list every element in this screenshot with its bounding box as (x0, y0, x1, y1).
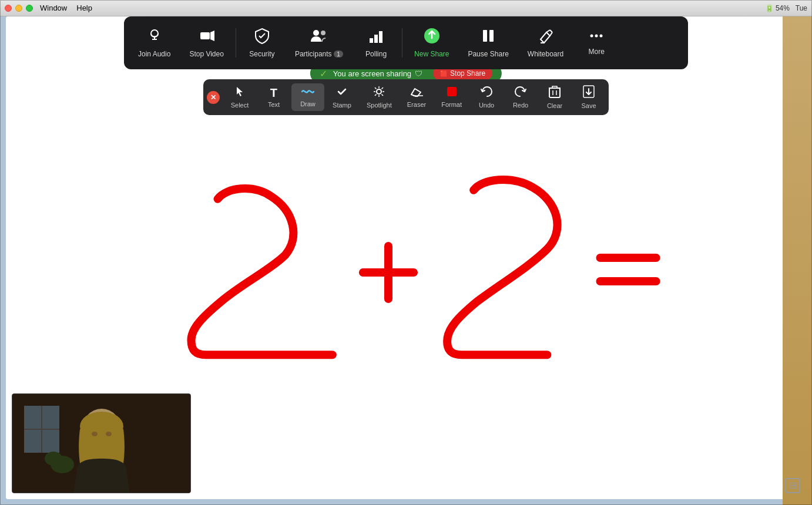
video-thumbnail (12, 393, 191, 493)
annotation-clear[interactable]: Clear (538, 82, 571, 113)
whiteboard-icon (538, 28, 553, 46)
toolbar-security[interactable]: Security (239, 23, 286, 63)
svg-marker-8 (210, 31, 214, 41)
menu-help[interactable]: Help (76, 4, 92, 12)
toolbar-polling[interactable]: Polling (353, 23, 400, 63)
security-icon (254, 28, 270, 46)
expand-button[interactable]: ⊞ (785, 478, 800, 493)
svg-line-31 (382, 87, 384, 89)
new-share-icon (424, 28, 440, 46)
join-audio-icon (146, 28, 163, 46)
join-audio-label: Join Audio (138, 50, 170, 58)
svg-line-29 (375, 87, 377, 89)
zoom-toolbar: Join Audio Stop Video Security (124, 16, 688, 69)
title-bar: Window Help 🔋 54% Tue (0, 0, 812, 16)
redo-label: Redo (513, 102, 528, 109)
svg-point-22 (595, 35, 598, 38)
expand-icon-symbol: ⊞ (789, 481, 797, 490)
eraser-label: Eraser (407, 101, 426, 108)
minimize-button[interactable] (15, 5, 22, 12)
annotation-stamp[interactable]: Stamp (326, 82, 358, 112)
menu-window[interactable]: Window (40, 4, 67, 12)
polling-label: Polling (365, 50, 387, 58)
more-icon (589, 30, 604, 44)
annotation-toolbar: ✕ Select T Text Draw Stamp (203, 79, 609, 115)
annotation-redo[interactable]: Redo (504, 82, 537, 112)
svg-point-23 (600, 35, 603, 38)
toolbar-stop-video[interactable]: Stop Video (180, 23, 233, 63)
annotation-text[interactable]: T Text (257, 83, 290, 112)
system-icons: 🔋 54% Tue (765, 4, 807, 12)
undo-icon (480, 86, 493, 99)
traffic-lights (5, 5, 33, 12)
save-icon (583, 85, 595, 100)
draw-icon (301, 87, 314, 98)
spotlight-icon (373, 86, 385, 99)
text-icon: T (270, 87, 277, 99)
share-check-icon: ✓ (320, 68, 327, 79)
stop-video-icon (199, 28, 215, 46)
text-label: Text (268, 101, 280, 108)
format-icon (447, 86, 457, 99)
participants-icon (310, 28, 328, 46)
svg-rect-7 (200, 32, 210, 39)
video-person (12, 394, 190, 493)
toolbar-divider-1 (236, 28, 236, 58)
toolbar-pause-share[interactable]: Pause Share (458, 23, 518, 63)
toolbar-whiteboard[interactable]: Whiteboard (518, 23, 573, 63)
svg-rect-15 (483, 30, 487, 42)
pause-share-icon (481, 28, 496, 46)
maximize-button[interactable] (26, 5, 33, 12)
svg-point-24 (377, 89, 381, 94)
shield-icon: 🛡 (415, 69, 422, 78)
annotation-spotlight[interactable]: Spotlight (360, 82, 399, 112)
annotation-eraser[interactable]: Eraser (400, 83, 433, 112)
svg-rect-13 (379, 31, 382, 43)
annotation-undo[interactable]: Undo (470, 82, 503, 112)
svg-point-10 (321, 31, 326, 35)
annotation-draw[interactable]: Draw (291, 83, 324, 111)
select-label: Select (231, 102, 249, 109)
stamp-icon (336, 86, 348, 99)
svg-rect-11 (370, 38, 373, 43)
security-label: Security (249, 50, 274, 58)
toolbar-new-share[interactable]: New Share (405, 23, 458, 63)
annotation-select[interactable]: Select (223, 82, 256, 112)
svg-rect-16 (489, 30, 494, 42)
annotation-format[interactable]: Format (434, 83, 469, 112)
svg-rect-12 (374, 35, 378, 43)
clear-label: Clear (547, 102, 562, 109)
polling-icon (368, 28, 384, 46)
stop-video-label: Stop Video (189, 50, 224, 58)
format-label: Format (441, 101, 462, 108)
more-label: More (589, 48, 605, 56)
svg-rect-34 (447, 87, 457, 96)
toolbar-more[interactable]: More (573, 25, 620, 60)
eraser-icon (410, 86, 423, 99)
svg-point-9 (313, 30, 319, 36)
svg-line-19 (550, 32, 552, 36)
participants-label: Participants 1 (295, 50, 343, 58)
desk-decoration (783, 16, 812, 505)
system-status-bar: 🔋 54% Tue (765, 4, 807, 12)
svg-line-18 (550, 30, 552, 32)
svg-line-32 (375, 95, 377, 96)
undo-label: Undo (479, 102, 494, 109)
new-share-label: New Share (414, 50, 449, 58)
save-label: Save (581, 102, 596, 109)
redo-icon (514, 86, 527, 99)
select-icon (234, 86, 246, 99)
toolbar-participants[interactable]: Participants 1 (286, 23, 353, 63)
pause-share-label: Pause Share (468, 50, 508, 58)
clear-icon (549, 85, 561, 100)
close-button[interactable] (5, 5, 12, 12)
svg-point-21 (590, 35, 593, 38)
stamp-label: Stamp (333, 102, 351, 109)
svg-rect-35 (549, 88, 560, 97)
annotation-close-button[interactable]: ✕ (207, 91, 220, 104)
toolbar-join-audio[interactable]: Join Audio (129, 23, 180, 63)
share-banner-text: You are screen sharing 🛡 (333, 69, 422, 78)
svg-line-17 (546, 30, 550, 32)
annotation-save[interactable]: Save (572, 82, 605, 113)
spotlight-label: Spotlight (367, 102, 392, 109)
